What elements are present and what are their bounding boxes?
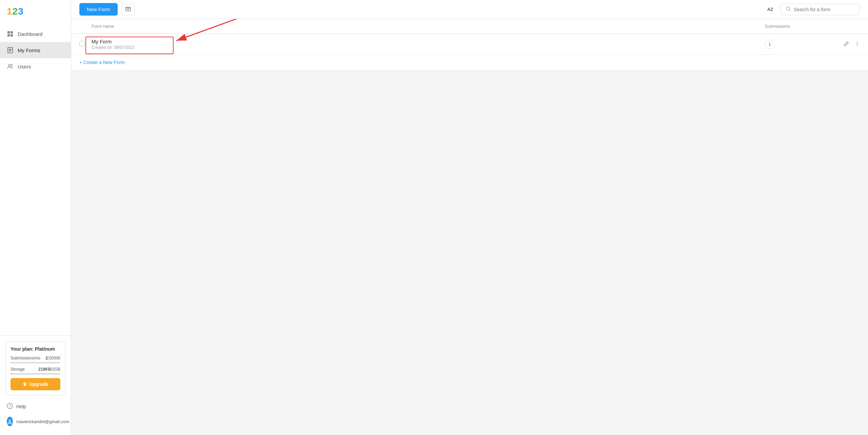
upgrade-button[interactable]: ♛ Upgrade bbox=[11, 378, 60, 390]
sidebar-nav: Dashboard My Forms bbox=[0, 23, 71, 335]
row-checkbox[interactable] bbox=[79, 41, 85, 46]
new-folder-button[interactable]: + bbox=[122, 3, 135, 16]
form-created-date: Created on: 08/07/2023 bbox=[92, 45, 765, 50]
svg-point-8 bbox=[8, 64, 11, 67]
submissions-progress-bg bbox=[11, 362, 60, 364]
svg-point-15 bbox=[786, 7, 790, 10]
form-row: My Form Created on: 08/07/2023 1 bbox=[71, 34, 868, 55]
topbar: New Form + AZ bbox=[71, 0, 868, 19]
svg-text:+: + bbox=[127, 6, 129, 10]
sidebar-bottom: Your plan: Platinum Submissions/mo 2/200… bbox=[0, 335, 71, 435]
form-submissions-cell: 1 bbox=[765, 40, 826, 49]
search-icon bbox=[786, 6, 791, 13]
storage-progress-fill bbox=[11, 373, 11, 375]
th-submissions: Submissions bbox=[765, 24, 826, 29]
edit-icon[interactable] bbox=[844, 41, 849, 48]
my-forms-icon bbox=[7, 47, 14, 54]
form-row-checkbox[interactable] bbox=[79, 41, 92, 48]
svg-point-9 bbox=[11, 64, 13, 66]
svg-point-18 bbox=[857, 43, 857, 44]
users-icon bbox=[7, 63, 14, 70]
main-content: New Form + AZ bbox=[71, 0, 868, 435]
svg-point-17 bbox=[857, 41, 857, 42]
help-label: Help bbox=[16, 404, 26, 409]
form-name[interactable]: My Form bbox=[92, 39, 765, 44]
logo-text: 123 bbox=[7, 6, 24, 17]
more-options-icon[interactable] bbox=[854, 41, 860, 48]
storage-progress-bg bbox=[11, 373, 60, 375]
logo-char-2: 2 bbox=[13, 6, 18, 17]
form-row-wrapper: My Form Created on: 08/07/2023 1 bbox=[71, 34, 868, 55]
user-avatar bbox=[7, 417, 13, 426]
sidebar: 123 Dashboard bbox=[0, 0, 71, 435]
svg-rect-2 bbox=[7, 34, 10, 37]
sort-button[interactable]: AZ bbox=[764, 5, 776, 14]
my-forms-label: My Forms bbox=[18, 47, 40, 53]
storage-label: Storage bbox=[11, 367, 25, 372]
logo-char-1: 1 bbox=[7, 6, 13, 17]
upgrade-label: Upgrade bbox=[29, 381, 48, 387]
svg-rect-1 bbox=[11, 31, 13, 34]
submissions-label: Submissions/mo bbox=[11, 356, 40, 360]
sidebar-item-dashboard[interactable]: Dashboard bbox=[0, 26, 71, 42]
svg-rect-3 bbox=[11, 34, 13, 37]
help-icon: ? bbox=[7, 403, 13, 410]
submissions-row: Submissions/mo 2/20000 bbox=[11, 356, 60, 360]
create-new-form-link[interactable]: + Create a New Form bbox=[71, 55, 868, 70]
svg-line-16 bbox=[789, 10, 790, 11]
dashboard-label: Dashboard bbox=[18, 31, 42, 37]
th-form-name: Form name bbox=[92, 24, 765, 29]
submissions-value: 2/20000 bbox=[46, 356, 60, 360]
storage-row: Storage 218KB/2GB bbox=[11, 367, 60, 372]
search-box bbox=[781, 4, 860, 15]
svg-rect-0 bbox=[7, 31, 10, 34]
svg-point-19 bbox=[857, 45, 857, 45]
logo-char-3: 3 bbox=[18, 6, 24, 17]
logo: 123 bbox=[0, 0, 71, 23]
dashboard-icon bbox=[7, 30, 14, 37]
new-folder-icon: + bbox=[125, 5, 131, 13]
plan-title: Your plan: Platinum bbox=[11, 346, 60, 352]
new-form-button[interactable]: New Form bbox=[79, 3, 118, 16]
user-email: maverickandrii@gmail.com bbox=[16, 419, 69, 424]
form-row-name-cell: My Form Created on: 08/07/2023 bbox=[92, 39, 765, 50]
content-area: Form name Submissions My Form Created on… bbox=[71, 19, 868, 435]
user-item[interactable]: maverickandrii@gmail.com bbox=[5, 413, 65, 430]
search-input[interactable] bbox=[794, 7, 855, 12]
svg-text:?: ? bbox=[9, 404, 11, 409]
sidebar-item-my-forms[interactable]: My Forms bbox=[0, 42, 71, 58]
table-header: Form name Submissions bbox=[71, 19, 868, 34]
upgrade-crown-icon: ♛ bbox=[23, 381, 27, 387]
sidebar-item-users[interactable]: Users bbox=[0, 58, 71, 75]
svg-point-12 bbox=[8, 419, 11, 422]
submissions-progress-fill bbox=[11, 362, 11, 364]
users-label: Users bbox=[18, 64, 31, 69]
form-row-actions bbox=[826, 41, 860, 48]
submissions-count: 1 bbox=[765, 40, 774, 49]
plan-box: Your plan: Platinum Submissions/mo 2/200… bbox=[5, 341, 65, 395]
sort-label: AZ bbox=[767, 7, 773, 12]
help-item[interactable]: ? Help bbox=[5, 399, 65, 413]
storage-value: 218KB/2GB bbox=[38, 367, 60, 372]
